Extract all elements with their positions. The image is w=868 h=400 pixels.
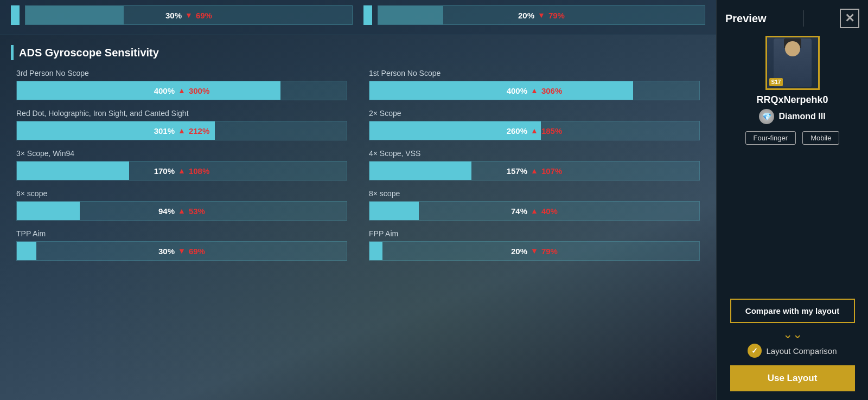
tag-four-finger[interactable]: Four-finger xyxy=(745,131,796,145)
sens-bar-fill-8 xyxy=(17,242,36,260)
sens-item-8: TPP Aim 30% ▼ 69% xyxy=(16,229,347,261)
sens-bar-fill-5 xyxy=(369,162,471,180)
preview-header: Preview ✕ xyxy=(725,9,859,28)
avatar: S17 xyxy=(765,36,820,90)
tag-mobile[interactable]: Mobile xyxy=(802,131,839,145)
section-title: ADS Gyroscope Sensitivity xyxy=(19,47,159,59)
sens-bar-track-3: 260% ▲ 185% xyxy=(369,121,700,140)
sens-item-9: FPP Aim 20% ▼ 79% xyxy=(369,229,700,261)
player-name: RRQxNerpehk0 xyxy=(756,94,828,106)
sens-bar-track-0: 400% ▲ 300% xyxy=(16,81,347,100)
season-badge: S17 xyxy=(769,78,783,86)
sens-bar-text-3: 260% ▲ 185% xyxy=(507,126,563,136)
sens-label-6: 6× scope xyxy=(16,189,347,198)
sens-bar-text-1: 400% ▲ 306% xyxy=(507,86,563,95)
bar-indicator-2 xyxy=(363,5,372,25)
panel-divider xyxy=(803,10,803,27)
sens-bar-fill-6 xyxy=(17,202,80,220)
sens-item-6: 6× scope 94% ▲ 53% xyxy=(16,189,347,221)
sens-bar-container-1: 400% ▲ 306% xyxy=(369,81,700,100)
sens-label-9: FPP Aim xyxy=(369,229,700,238)
sens-item-2: Red Dot, Holographic, Iron Sight, and Ca… xyxy=(16,109,347,140)
bar-diff-1: 69% xyxy=(196,11,212,20)
sens-label-4: 3× Scope, Win94 xyxy=(16,149,347,158)
sens-bar-track-1: 400% ▲ 306% xyxy=(369,81,700,100)
bar-text-1: 30% ▼ 69% xyxy=(165,11,212,20)
top-bar-item-2: 20% ▼ 79% xyxy=(363,5,705,25)
close-button[interactable]: ✕ xyxy=(840,9,859,28)
sens-bar-track-6: 94% ▲ 53% xyxy=(16,201,347,221)
sens-bar-text-6: 94% ▲ 53% xyxy=(158,207,205,216)
sens-bar-fill-4 xyxy=(17,162,129,180)
top-bars-section: 30% ▼ 69% 20% ▼ 79% xyxy=(0,0,716,35)
sens-bar-container-6: 94% ▲ 53% xyxy=(16,201,347,221)
rank-icon: 💎 xyxy=(759,109,774,124)
sens-item-0: 3rd Person No Scope 400% ▲ 300% xyxy=(16,69,347,100)
sens-bar-container-8: 30% ▼ 69% xyxy=(16,241,347,261)
sens-label-2: Red Dot, Holographic, Iron Sight, and Ca… xyxy=(16,109,347,118)
sens-label-5: 4× Scope, VSS xyxy=(369,149,700,158)
bar-text-2: 20% ▼ 79% xyxy=(518,11,565,20)
bar-track-2: 20% ▼ 79% xyxy=(378,5,705,25)
sens-bar-container-2: 301% ▲ 212% xyxy=(16,121,347,140)
top-bars-container: 30% ▼ 69% 20% ▼ 79% xyxy=(0,0,716,30)
sens-bar-text-2: 301% ▲ 212% xyxy=(154,126,210,136)
content-area: ADS Gyroscope Sensitivity 3rd Person No … xyxy=(0,40,716,266)
bar-value-1: 30% xyxy=(165,11,182,20)
tags-row: Four-finger Mobile xyxy=(744,130,841,146)
bar-indicator-1 xyxy=(11,5,20,25)
sens-bar-text-7: 74% ▲ 40% xyxy=(511,207,558,216)
layout-comparison-label: Layout Comparison xyxy=(766,346,837,356)
bar-arrow-2: ▼ xyxy=(538,11,545,20)
sens-bar-text-4: 170% ▲ 108% xyxy=(154,166,210,176)
sens-bar-container-9: 20% ▼ 79% xyxy=(369,241,700,261)
rank-row: 💎 Diamond III xyxy=(759,109,825,124)
sens-item-1: 1st Person No Scope 400% ▲ 306% xyxy=(369,69,700,100)
section-bar xyxy=(11,45,14,60)
rank-text: Diamond III xyxy=(778,112,825,121)
layout-comparison-row: ✓ Layout Comparison xyxy=(748,344,837,358)
sens-bar-text-9: 20% ▼ 79% xyxy=(511,247,558,256)
sens-label-0: 3rd Person No Scope xyxy=(16,69,347,78)
sens-bar-track-7: 74% ▲ 40% xyxy=(369,201,700,221)
bar-fill-2 xyxy=(378,6,443,24)
sens-bar-track-8: 30% ▼ 69% xyxy=(16,241,347,261)
sens-bar-fill-7 xyxy=(369,202,419,220)
sens-bar-text-5: 157% ▲ 107% xyxy=(507,166,563,176)
main-background: 30% ▼ 69% 20% ▼ 79% xyxy=(0,0,716,400)
bar-track-1: 30% ▼ 69% xyxy=(25,5,353,25)
section-header: ADS Gyroscope Sensitivity xyxy=(11,45,705,60)
sens-bar-track-9: 20% ▼ 79% xyxy=(369,241,700,261)
compare-button[interactable]: Compare with my layout xyxy=(730,299,855,323)
bar-arrow-1: ▼ xyxy=(185,11,193,20)
sens-bar-text-8: 30% ▼ 69% xyxy=(158,247,205,256)
sens-item-5: 4× Scope, VSS 157% ▲ 107% xyxy=(369,149,700,180)
preview-title: Preview xyxy=(725,12,767,25)
sens-bar-container-0: 400% ▲ 300% xyxy=(16,81,347,100)
bar-fill-1 xyxy=(25,6,124,24)
top-bar-item-1: 30% ▼ 69% xyxy=(11,5,353,25)
sens-bar-fill-9 xyxy=(369,242,382,260)
sens-bar-fill-1 xyxy=(369,81,633,100)
sens-label-8: TPP Aim xyxy=(16,229,347,238)
sens-item-4: 3× Scope, Win94 170% ▲ 108% xyxy=(16,149,347,180)
sens-bar-track-4: 170% ▲ 108% xyxy=(16,161,347,180)
sens-label-1: 1st Person No Scope xyxy=(369,69,700,78)
use-layout-button[interactable]: Use Layout xyxy=(730,365,855,391)
right-panel: Preview ✕ S17 RRQxNerpehk0 💎 Diamond III… xyxy=(716,0,868,400)
sensitivity-grid: 3rd Person No Scope 400% ▲ 300% 1st Pers… xyxy=(11,69,705,261)
sens-bar-text-0: 400% ▲ 300% xyxy=(154,86,210,95)
avatar-head xyxy=(785,41,800,56)
sens-bar-track-5: 157% ▲ 107% xyxy=(369,161,700,180)
sens-bar-container-7: 74% ▲ 40% xyxy=(369,201,700,221)
check-icon: ✓ xyxy=(748,344,762,358)
chevron-down-icon: ⌄⌄ xyxy=(783,327,802,341)
sens-label-7: 8× scope xyxy=(369,189,700,198)
sens-bar-fill-0 xyxy=(17,81,280,100)
bar-diff-2: 79% xyxy=(548,11,565,20)
sens-bar-container-5: 157% ▲ 107% xyxy=(369,161,700,180)
sens-bar-track-2: 301% ▲ 212% xyxy=(16,121,347,140)
sens-label-3: 2× Scope xyxy=(369,109,700,118)
bar-value-2: 20% xyxy=(518,11,534,20)
sens-item-3: 2× Scope 260% ▲ 185% xyxy=(369,109,700,140)
